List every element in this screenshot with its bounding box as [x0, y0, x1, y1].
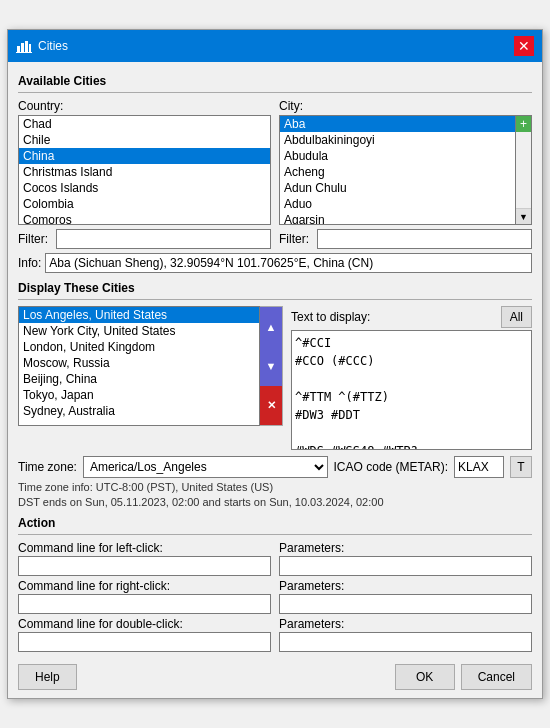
svg-rect-0 — [17, 46, 20, 53]
timezone-label: Time zone: — [18, 460, 77, 474]
list-item[interactable]: Acheng — [280, 164, 515, 180]
country-listbox[interactable]: Chad Chile China Christmas Island Cocos … — [18, 115, 271, 225]
delete-button[interactable]: ✕ — [260, 386, 282, 425]
right-params-row: Parameters: — [279, 579, 532, 614]
list-item[interactable]: Cocos Islands — [19, 180, 270, 196]
country-column: Country: Chad Chile China Christmas Isla… — [18, 99, 271, 225]
list-item[interactable]: Adun Chulu — [280, 180, 515, 196]
right-click-input[interactable] — [18, 594, 271, 614]
list-item[interactable]: Chad — [19, 116, 270, 132]
cancel-button[interactable]: Cancel — [461, 664, 532, 690]
filter-row: Filter: Filter: — [18, 229, 532, 249]
list-item[interactable]: Moscow, Russia — [19, 355, 259, 371]
city-icon — [16, 38, 32, 54]
list-item[interactable]: Los Angeles, United States — [19, 307, 259, 323]
filter-country-label: Filter: — [18, 232, 48, 246]
all-button[interactable]: All — [501, 306, 532, 328]
list-item[interactable]: Tokyo, Japan — [19, 387, 259, 403]
info-label: Info: — [18, 256, 41, 270]
left-click-label: Command line for left-click: — [18, 541, 271, 555]
city-listbox[interactable]: Aba Abdulbakiningoyi Abudula Acheng Adun… — [279, 115, 516, 225]
list-item[interactable]: New York City, United States — [19, 323, 259, 339]
left-params-input[interactable] — [279, 556, 532, 576]
timezone-info-2: DST ends on Sun, 05.11.2023, 02:00 and s… — [18, 496, 532, 508]
filter-country-input[interactable] — [56, 229, 271, 249]
city-display-list[interactable]: Los Angeles, United States New York City… — [18, 306, 260, 426]
list-item[interactable]: Agarsin — [280, 212, 515, 225]
filter-city-input[interactable] — [317, 229, 532, 249]
list-item[interactable]: Comoros — [19, 212, 270, 225]
available-cities-title: Available Cities — [18, 74, 532, 88]
help-button[interactable]: Help — [18, 664, 77, 690]
double-params-label: Parameters: — [279, 617, 532, 631]
svg-rect-1 — [21, 43, 24, 53]
section-separator-1 — [18, 92, 532, 93]
title-bar-left: Cities — [16, 38, 68, 54]
cities-dialog: Cities ✕ Available Cities Country: Chad … — [7, 29, 543, 699]
action-title: Action — [18, 516, 532, 530]
icao-label: ICAO code (METAR): — [334, 460, 448, 474]
list-item[interactable]: Abdulbakiningoyi — [280, 132, 515, 148]
left-click-input[interactable] — [18, 556, 271, 576]
title-bar: Cities ✕ — [8, 30, 542, 62]
list-item[interactable]: Abudula — [280, 148, 515, 164]
country-city-columns: Country: Chad Chile China Christmas Isla… — [18, 99, 532, 225]
display-right: Text to display: All ^#CCI #CCO (#CCC) ^… — [291, 306, 532, 450]
double-params-input[interactable] — [279, 632, 532, 652]
list-item[interactable]: Christmas Island — [19, 164, 270, 180]
display-cities-title: Display These Cities — [18, 281, 532, 295]
timezone-info-1: Time zone info: UTC-8:00 (PST), United S… — [18, 481, 532, 493]
list-item[interactable]: Colombia — [19, 196, 270, 212]
list-item[interactable]: China — [19, 148, 270, 164]
text-display-header: Text to display: All — [291, 306, 532, 328]
list-item[interactable]: Aduo — [280, 196, 515, 212]
action-section: Action Command line for left-click: Para… — [18, 516, 532, 652]
list-item[interactable]: Beijing, China — [19, 371, 259, 387]
double-click-input[interactable] — [18, 632, 271, 652]
move-down-button[interactable]: ▼ — [260, 346, 282, 385]
ok-button[interactable]: OK — [395, 664, 455, 690]
display-cities-section: Display These Cities Los Angeles, United… — [18, 281, 532, 508]
right-click-row: Command line for right-click: — [18, 579, 271, 614]
button-bar: Help OK Cancel — [18, 660, 532, 690]
available-cities-section: Available Cities Country: Chad Chile Chi… — [18, 74, 532, 273]
display-left: Los Angeles, United States New York City… — [18, 306, 283, 450]
add-city-button[interactable]: + — [516, 116, 531, 132]
text-display-box[interactable]: ^#CCI #CCO (#CCC) ^#TTM ^(#TTZ) #DW3 #DD… — [291, 330, 532, 450]
right-click-label: Command line for right-click: — [18, 579, 271, 593]
list-item[interactable]: Aba — [280, 116, 515, 132]
svg-rect-4 — [16, 52, 32, 53]
right-params-input[interactable] — [279, 594, 532, 614]
list-item[interactable]: Sydney, Australia — [19, 403, 259, 419]
svg-rect-3 — [29, 44, 31, 53]
info-value: Aba (Sichuan Sheng), 32.90594°N 101.7062… — [45, 253, 532, 273]
filter-city-label: Filter: — [279, 232, 309, 246]
left-params-label: Parameters: — [279, 541, 532, 555]
list-item[interactable]: Chile — [19, 132, 270, 148]
display-columns: Los Angeles, United States New York City… — [18, 306, 532, 450]
left-params-row: Parameters: — [279, 541, 532, 576]
info-row: Info: Aba (Sichuan Sheng), 32.90594°N 10… — [18, 253, 532, 273]
double-click-row: Command line for double-click: — [18, 617, 271, 652]
t-button[interactable]: T — [510, 456, 532, 478]
dialog-body: Available Cities Country: Chad Chile Chi… — [8, 62, 542, 698]
close-button[interactable]: ✕ — [514, 36, 534, 56]
section-separator-3 — [18, 534, 532, 535]
btn-group: OK Cancel — [395, 664, 532, 690]
dialog-title: Cities — [38, 39, 68, 53]
section-separator-2 — [18, 299, 532, 300]
left-click-row: Command line for left-click: — [18, 541, 271, 576]
city-display-header: Los Angeles, United States New York City… — [18, 306, 283, 426]
timezone-row: Time zone: America/Los_Angeles ICAO code… — [18, 456, 532, 478]
timezone-select[interactable]: America/Los_Angeles — [83, 456, 328, 478]
list-item[interactable]: London, United Kingdom — [19, 339, 259, 355]
move-up-button[interactable]: ▲ — [260, 307, 282, 346]
city-column: City: Aba Abdulbakiningoyi Abudula Achen… — [279, 99, 532, 225]
double-click-label: Command line for double-click: — [18, 617, 271, 631]
action-grid: Command line for left-click: Parameters:… — [18, 541, 532, 652]
icao-input[interactable] — [454, 456, 504, 478]
right-params-label: Parameters: — [279, 579, 532, 593]
city-label: City: — [279, 99, 532, 113]
double-params-row: Parameters: — [279, 617, 532, 652]
text-display-label: Text to display: — [291, 310, 370, 324]
